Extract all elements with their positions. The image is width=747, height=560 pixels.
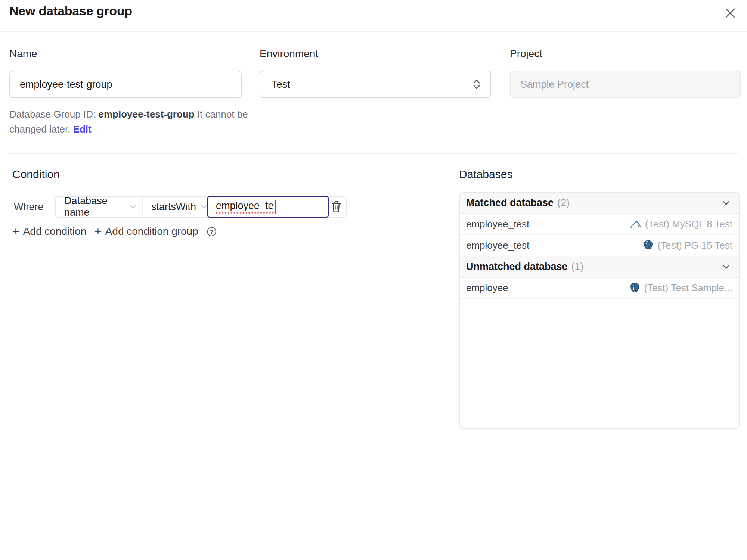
condition-value-input[interactable]: employee_te: [207, 196, 329, 218]
add-condition-group-label: Add condition group: [105, 225, 198, 237]
database-name: employee_test: [466, 218, 529, 230]
condition-value-text: employee_te: [216, 200, 274, 214]
name-input[interactable]: [9, 71, 242, 98]
environment-value: Test: [272, 79, 290, 90]
database-row[interactable]: employee (Test) Test Sample...: [460, 278, 739, 299]
page-title: New database group: [9, 4, 132, 18]
databases-heading: Databases: [459, 168, 512, 181]
postgresql-icon: [629, 282, 641, 294]
unmatched-database-header[interactable]: Unmatched database (1): [460, 256, 739, 278]
chevron-down-icon: [720, 197, 732, 209]
condition-expression-group: Database name startsWith employee_te: [55, 196, 347, 218]
chevron-down-icon: [125, 203, 137, 211]
close-button[interactable]: [722, 4, 739, 22]
project-value: Sample Project: [520, 79, 589, 90]
database-row[interactable]: employee_test (Test) PG 15 Test: [460, 235, 739, 256]
condition-operator-value: startsWith: [151, 201, 196, 213]
project-field: Sample Project: [510, 71, 741, 98]
condition-field-value: Database name: [64, 195, 125, 218]
trash-icon: [330, 200, 342, 214]
new-database-group-dialog: New database group Name Environment Test…: [0, 0, 747, 560]
database-name: employee: [466, 282, 508, 294]
matched-database-title: Matched database: [466, 197, 554, 209]
matched-database-count: (2): [557, 197, 570, 209]
text-cursor: [275, 200, 276, 214]
instance-label: (Test) MySQL 8 Test: [645, 218, 732, 230]
condition-heading: Condition: [12, 168, 60, 181]
environment-label: Environment: [260, 48, 318, 60]
chevron-down-icon: [196, 203, 208, 211]
delete-condition-button[interactable]: [329, 199, 344, 215]
section-divider: [9, 153, 738, 154]
matched-database-header[interactable]: Matched database (2): [460, 193, 739, 214]
instance-info: (Test) MySQL 8 Test: [628, 218, 732, 230]
add-condition-button[interactable]: + Add condition: [12, 225, 86, 237]
hint-group-id: employee-test-group: [98, 109, 194, 120]
svg-text:?: ?: [210, 228, 213, 235]
database-name: employee_test: [466, 240, 529, 251]
add-condition-group-button[interactable]: + Add condition group ?: [94, 225, 217, 237]
database-row[interactable]: employee_test (Test) MySQL 8 Test: [460, 214, 739, 235]
instance-info: (Test) Test Sample...: [629, 282, 733, 294]
unmatched-database-title: Unmatched database: [466, 261, 568, 273]
instance-label: (Test) PG 15 Test: [658, 240, 732, 251]
help-circle-icon: ?: [207, 227, 217, 237]
databases-panel: Matched database (2) employee_test (Test…: [459, 192, 740, 429]
environment-select[interactable]: Test: [260, 71, 491, 98]
instance-info: (Test) PG 15 Test: [642, 239, 732, 252]
chevron-down-icon: [720, 261, 732, 273]
condition-field-select[interactable]: Database name: [56, 197, 143, 217]
close-icon: [723, 6, 737, 20]
header-divider: [0, 31, 747, 32]
database-group-id-hint: Database Group ID: employee-test-group I…: [9, 107, 252, 137]
mysql-icon: [628, 218, 642, 230]
plus-icon: +: [12, 226, 19, 237]
project-label: Project: [510, 48, 542, 60]
edit-link[interactable]: Edit: [73, 124, 92, 135]
condition-operator-select[interactable]: startsWith: [143, 197, 207, 217]
postgresql-icon: [642, 239, 654, 252]
hint-prefix: Database Group ID:: [9, 109, 96, 120]
name-label: Name: [9, 48, 37, 60]
plus-icon: +: [94, 226, 102, 237]
where-label: Where: [14, 196, 44, 218]
select-updown-icon: [472, 78, 481, 91]
unmatched-database-count: (1): [571, 261, 584, 273]
instance-label: (Test) Test Sample...: [644, 282, 733, 294]
add-condition-label: Add condition: [23, 225, 87, 237]
